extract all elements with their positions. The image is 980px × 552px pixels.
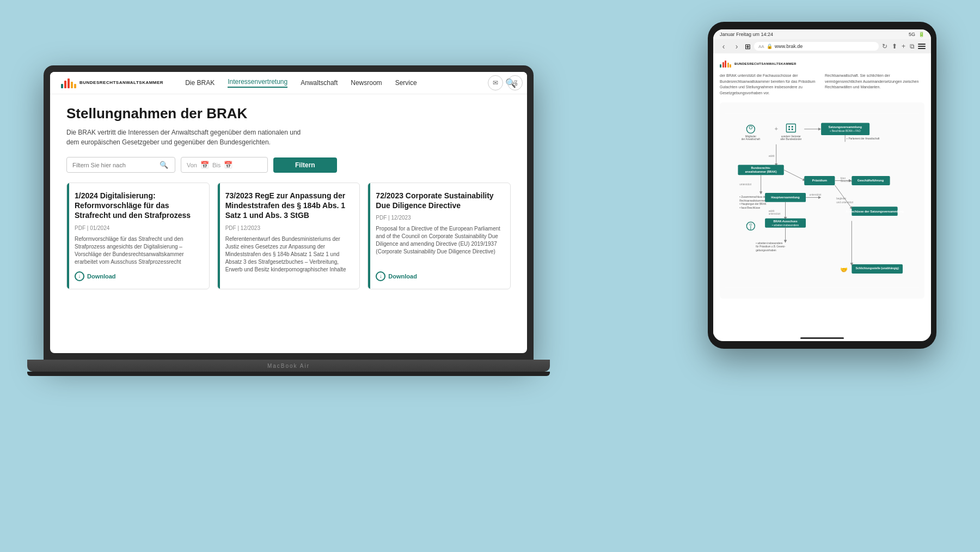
tablet-home-bar xyxy=(800,337,844,339)
card-1-meta: PDF | 01/2024 xyxy=(75,225,201,231)
svg-text:• Zusammenschluss der: • Zusammenschluss der xyxy=(739,196,767,198)
tablet-text-block: der BRAK unterstützt die Fachausschüsse … xyxy=(720,73,924,96)
back-button[interactable]: ‹ xyxy=(719,42,728,51)
laptop-screen-outer: BUNDESRECHTSANWALTSKAMMER Die BRAK Inter… xyxy=(44,65,534,360)
nav-item-brak[interactable]: Die BRAK xyxy=(185,79,215,87)
filter-row: 🔍 Von 📅 Bis 📅 Filtern xyxy=(66,157,511,173)
svg-text:wählt: wählt xyxy=(769,155,775,157)
tablet-logo-bars-icon xyxy=(720,60,731,68)
tablet-signal: 5G xyxy=(909,32,915,37)
share-icon[interactable]: ⬆ xyxy=(892,43,897,50)
download-label-1: Download xyxy=(87,273,116,280)
calendar-icon-to: 📅 xyxy=(224,161,232,169)
hamburger-menu-icon[interactable] xyxy=(918,44,926,49)
reload-icon[interactable]: ↻ xyxy=(882,43,887,50)
calendar-icon-from: 📅 xyxy=(200,161,209,169)
menu-line-2 xyxy=(918,46,926,47)
nav-item-service[interactable]: Service xyxy=(395,79,417,87)
laptop-hinge xyxy=(27,372,550,376)
card-1-download[interactable]: ↓ Download xyxy=(75,271,201,281)
svg-text:+: + xyxy=(774,125,778,132)
svg-text:aller Bundesländer: aller Bundesländer xyxy=(780,138,801,141)
download-icon-3: ↓ xyxy=(376,271,385,281)
card-2: 73/2023 RegE zur Anpassung der Mindestst… xyxy=(217,183,360,289)
svg-text:Ausschüsse der Satzungsversamm: Ausschüsse der Satzungsversammlung xyxy=(846,210,904,213)
menu-line-1 xyxy=(918,44,926,45)
nav-item-newsroom[interactable]: Newsroom xyxy=(351,79,382,87)
card-1-text: Reformvorschläge für das Strafrecht und … xyxy=(75,235,201,266)
forward-button[interactable]: › xyxy=(732,42,742,51)
card-3-meta: PDF | 12/2023 xyxy=(376,215,503,221)
card-2-title: 73/2023 RegE zur Anpassung der Mindestst… xyxy=(225,191,352,221)
url-action-icons: ↻ ⬆ + ⧉ xyxy=(882,43,915,50)
svg-text:• arbeiten insbesondere: • arbeiten insbesondere xyxy=(772,224,799,227)
laptop-brand-label: MacBook Air xyxy=(267,363,310,369)
card-2-meta: PDF | 12/2023 xyxy=(225,225,352,231)
svg-text:begleitet: begleitet xyxy=(836,197,846,200)
svg-text:gebungsvorhaben: gebungsvorhaben xyxy=(756,249,776,252)
site-nav: BUNDESRECHTSANWALTSKAMMER Die BRAK Inter… xyxy=(50,72,527,94)
tb1 xyxy=(720,64,721,68)
tablet-device: Januar Freitag um 14:24 5G 🔋 ‹ › ⊞ AA 🔒 … xyxy=(708,22,936,349)
svg-text:Geschäftsführung: Geschäftsführung xyxy=(857,179,884,182)
tablet-time: Januar Freitag um 14:24 xyxy=(720,32,773,37)
site-content: Stellungnahmen der BRAK Die BRAK vertrit… xyxy=(50,94,527,353)
svg-rect-9 xyxy=(788,129,790,130)
card-2-text: Referentenentwurf des Bundesministeriums… xyxy=(225,235,352,281)
laptop-base: MacBook Air xyxy=(27,360,550,372)
card-1-title: 1/2024 Digitalisierung: Reformvorschläge… xyxy=(75,191,201,221)
svg-text:führt: führt xyxy=(841,177,846,180)
tb3 xyxy=(725,60,726,68)
page-title: Stellungnahmen der BRAK xyxy=(66,105,306,122)
url-text: www.brak.de xyxy=(775,44,803,49)
laptop-screen-inner: BUNDESRECHTSANWALTSKAMMER Die BRAK Inter… xyxy=(50,72,527,353)
svg-rect-7 xyxy=(788,126,790,128)
card-3-text: Proposal for a Directive of the European… xyxy=(376,225,503,265)
page-description: Die BRAK vertritt die Interessen der Anw… xyxy=(66,128,306,147)
tb4 xyxy=(727,63,729,68)
add-tab-icon[interactable]: + xyxy=(902,43,905,50)
svg-text:Schlichtungsstelle (unabhängig: Schlichtungsstelle (unabhängig) xyxy=(855,266,899,270)
svg-text:und unterstützt: und unterstützt xyxy=(836,201,854,204)
filter-button[interactable]: Filtern xyxy=(273,157,337,173)
date-to-label: Bis xyxy=(212,162,220,168)
tablet-text-left: der BRAK unterstützt die Fachausschüsse … xyxy=(720,73,819,96)
svg-text:• arbeiten insbesondere: • arbeiten insbesondere xyxy=(756,242,783,245)
url-field[interactable]: AA 🔒 www.brak.de xyxy=(754,42,879,51)
card-1: 1/2024 Digitalisierung: Reformvorschläge… xyxy=(66,183,210,289)
svg-text:+ Parlament der Anwaltschaft: + Parlament der Anwaltschaft xyxy=(846,137,880,140)
svg-text:Mitglieder: Mitglieder xyxy=(745,135,757,138)
org-chart-svg: Mitglieder der Anwaltschaft + sondern Ve… xyxy=(725,108,919,293)
card-3-download[interactable]: ↓ Download xyxy=(376,271,503,281)
svg-text:Satzungsversammlung: Satzungsversammlung xyxy=(828,125,862,129)
menu-line-3 xyxy=(918,48,926,49)
search-input[interactable] xyxy=(72,162,160,168)
logo-bars-icon xyxy=(61,77,76,88)
svg-text:unterstützt: unterstützt xyxy=(769,213,781,215)
org-chart-area: Mitglieder der Anwaltschaft + sondern Ve… xyxy=(720,102,924,299)
lock-icon: 🔒 xyxy=(767,44,773,49)
svg-text:anwaltskammer (BRAK): anwaltskammer (BRAK) xyxy=(745,170,777,173)
svg-text:Geschäfte: Geschäfte xyxy=(841,180,853,183)
filter-search-field[interactable]: 🔍 xyxy=(66,157,175,173)
svg-text:• fasst Beschlüsse: • fasst Beschlüsse xyxy=(739,207,760,209)
svg-text:Präsidium: Präsidium xyxy=(812,179,827,182)
card-3-title: 72/2023 Corporate Sustainability Due Dil… xyxy=(376,191,503,210)
date-from-label: Von xyxy=(187,162,197,168)
svg-text:+ Beschlüsse BORA + FAO: + Beschlüsse BORA + FAO xyxy=(830,130,861,132)
tablet-battery-icon: 🔋 xyxy=(918,32,924,37)
tab-icon[interactable]: ⊞ xyxy=(745,43,751,51)
nav-item-anwaltschaft[interactable]: Anwaltschaft xyxy=(301,79,338,87)
tablet-status-bar: Januar Freitag um 14:24 5G 🔋 xyxy=(713,29,931,39)
filter-date-from[interactable]: Von 📅 Bis 📅 xyxy=(181,157,268,173)
svg-text:Rechtsanwaltskammern: Rechtsanwaltskammern xyxy=(739,199,767,202)
cards-row: 1/2024 Digitalisierung: Reformvorschläge… xyxy=(66,183,511,289)
svg-text:unterstützt: unterstützt xyxy=(810,193,822,196)
nav-item-interessenvertretung[interactable]: Interessenvertretung xyxy=(228,78,287,88)
bookmarks-icon[interactable]: ⧉ xyxy=(910,43,915,50)
download-icon-1: ↓ xyxy=(75,271,84,281)
nav-items: Die BRAK Interessenvertretung Anwaltscha… xyxy=(185,78,505,88)
aa-label: AA xyxy=(758,44,764,49)
svg-text:wählt: wählt xyxy=(769,210,775,213)
svg-text:🤝: 🤝 xyxy=(840,266,848,274)
